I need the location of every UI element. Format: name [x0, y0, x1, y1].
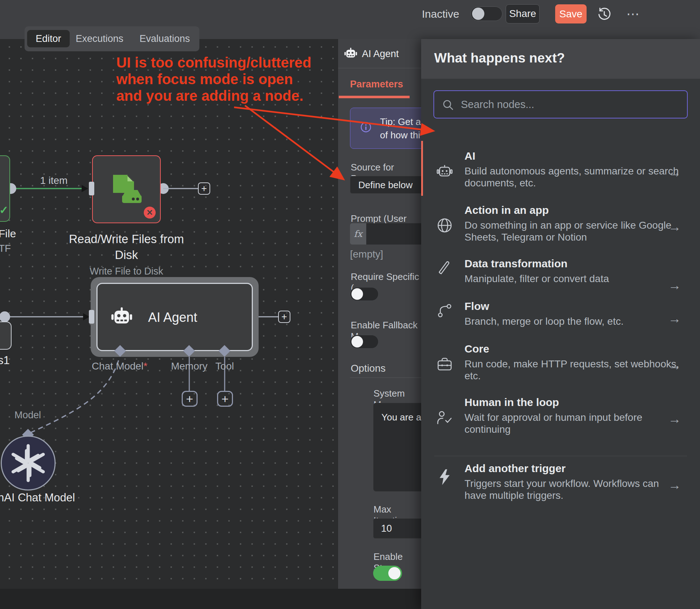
node-openai-chat-model[interactable]: [1, 436, 56, 491]
toggle-knob: [351, 288, 363, 300]
chevron-right-icon: →: [668, 278, 681, 293]
picker-item-title: Action in an app: [464, 204, 681, 216]
globe-icon: [436, 217, 453, 234]
options-section-label: Options: [351, 363, 386, 374]
activate-workflow-toggle[interactable]: [471, 7, 502, 21]
toggle-knob: [351, 336, 363, 347]
file-disk-icon: [111, 173, 143, 206]
node-label-file: File: [0, 228, 16, 240]
node-sublabel-tf: TF: [0, 243, 11, 254]
input-port[interactable]: [89, 310, 94, 324]
model-port-label: Model: [14, 410, 41, 421]
expression-fx-button[interactable]: fx: [350, 223, 366, 245]
robot-icon: [344, 48, 358, 59]
chevron-right-icon: →: [668, 478, 681, 493]
node-label-openai-chat-model: nAI Chat Model: [0, 491, 75, 504]
tab-parameters[interactable]: Parameters: [350, 79, 403, 90]
picker-item-desc: Do something in an app or service like G…: [464, 219, 681, 243]
node-ai-agent[interactable]: AI Agent: [96, 283, 253, 351]
picker-item-title: Data transformation: [464, 258, 681, 270]
node-read-write-files[interactable]: ✕: [92, 155, 161, 223]
chevron-right-icon: →: [668, 219, 681, 234]
panel-title: AI Agent: [362, 48, 399, 60]
divider: [350, 377, 422, 378]
node-title: AI Agent: [148, 310, 197, 325]
add-tool-plus-button[interactable]: +: [217, 391, 233, 407]
enable-streaming-toggle[interactable]: [373, 566, 402, 581]
enable-fallback-toggle[interactable]: [350, 335, 379, 349]
picker-item-text: Core Run code, make HTTP requests, set w…: [464, 343, 681, 382]
search-input[interactable]: [461, 91, 681, 118]
canvas-bottom-bar: [0, 589, 421, 609]
require-specific-toggle[interactable]: [350, 287, 379, 301]
picker-item-title: Add another trigger: [464, 462, 681, 475]
error-badge-icon: ✕: [144, 207, 156, 219]
pencil-icon: [436, 260, 453, 276]
person-check-icon: [436, 409, 453, 426]
picker-item-desc: Wait for approval or human input before …: [464, 411, 681, 435]
input-port[interactable]: [89, 182, 94, 195]
picker-item-desc: Build autonomous agents, summarize or se…: [464, 165, 681, 189]
tab-editor[interactable]: Editor: [27, 30, 70, 47]
search-icon: [442, 99, 454, 111]
picker-item-text: Data transformation Manipulate, filter o…: [464, 258, 681, 285]
toggle-knob: [472, 8, 484, 20]
chevron-right-icon: →: [668, 311, 681, 326]
history-icon[interactable]: [597, 7, 612, 22]
node-label-s1: s1: [0, 354, 10, 367]
node-partial-s1[interactable]: [0, 321, 12, 350]
info-icon: [360, 122, 371, 133]
chevron-right-icon: →: [668, 411, 681, 427]
divider: [338, 68, 421, 68]
add-node-plus-button[interactable]: +: [198, 182, 210, 195]
memory-port-label: Memory: [168, 360, 211, 372]
toggle-knob: [388, 567, 401, 579]
chat-model-port-label: Chat Model*: [83, 360, 156, 372]
panel-scroll-indicator: [421, 141, 423, 196]
tab-active-underline: [339, 96, 410, 98]
add-node-plus-button[interactable]: +: [278, 311, 290, 323]
chevron-right-icon: →: [668, 358, 681, 373]
picker-header: What happens next?: [421, 39, 700, 79]
tool-port-label: Tool: [210, 360, 239, 372]
picker-item-title: Human in the loop: [464, 396, 681, 409]
connection-items-label: 1 item: [38, 175, 70, 186]
picker-item-text: Flow Branch, merge or loop the flow, etc…: [464, 300, 681, 327]
openai-logo-icon: [2, 437, 55, 489]
tip-text: Tip: Get a of how thi: [380, 115, 421, 142]
robot-icon: [111, 306, 133, 328]
output-port[interactable]: [0, 311, 10, 322]
connection-arrowhead: [82, 185, 88, 192]
picker-item-title: AI: [464, 150, 681, 162]
save-button[interactable]: Save: [555, 4, 587, 23]
workflow-editor-screen: ✓ File TF 1 item ✕ Read/Write Files from…: [0, 0, 700, 609]
branch-icon: [436, 302, 453, 319]
empty-value-hint: [empty]: [350, 249, 383, 260]
picker-item-desc: Branch, merge or loop the flow, etc.: [464, 315, 681, 327]
picker-item-text: AI Build autonomous agents, summarize or…: [464, 150, 681, 189]
view-tabs: Editor Executions Evaluations: [25, 26, 199, 51]
node-subtitle: Write File to Disk: [63, 266, 190, 277]
robot-outline-icon: [436, 163, 453, 180]
briefcase-icon: [436, 356, 453, 372]
search-box[interactable]: [433, 90, 688, 118]
success-check-icon: ✓: [0, 204, 8, 216]
more-options-button[interactable]: ⋯: [624, 7, 642, 22]
tab-evaluations[interactable]: Evaluations: [136, 30, 194, 47]
tab-executions[interactable]: Executions: [75, 30, 124, 47]
picker-item-text: Add another trigger Triggers start your …: [464, 462, 681, 501]
add-memory-plus-button[interactable]: +: [182, 391, 198, 407]
node-picker-panel: What happens next?: [421, 39, 700, 609]
chevron-right-icon: →: [668, 165, 681, 180]
node-details-panel: AI Agent Parameters Tip: Get a of how th…: [338, 39, 421, 589]
node-title: Read/Write Files fromDisk: [63, 231, 190, 263]
picker-item-title: Flow: [464, 300, 681, 312]
picker-item-text: Human in the loop Wait for approval or h…: [464, 396, 681, 435]
divider: [434, 456, 687, 456]
picker-title: What happens next?: [434, 51, 565, 66]
share-button[interactable]: Share: [506, 4, 540, 23]
picker-item-desc: Run code, make HTTP requests, set webhoo…: [464, 358, 681, 382]
workflow-canvas[interactable]: ✓ File TF 1 item ✕ Read/Write Files from…: [0, 39, 338, 589]
picker-item-desc: Manipulate, filter or convert data: [464, 273, 681, 285]
lightning-icon: [438, 469, 451, 485]
